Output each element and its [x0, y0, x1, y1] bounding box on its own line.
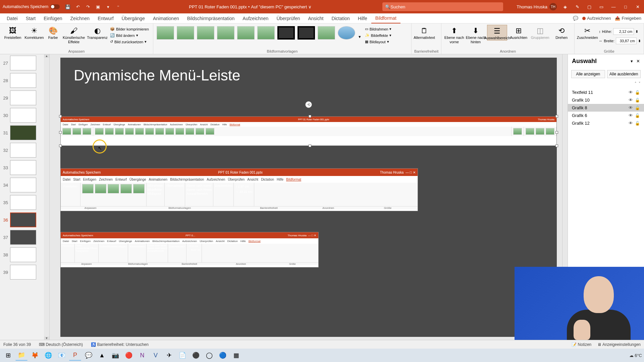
selection-handle[interactable]	[59, 131, 62, 134]
app-icon[interactable]: 📷	[109, 350, 121, 361]
zuruecksetzen-button[interactable]: ↺ Bild zurücksetzen ▾	[109, 39, 150, 45]
vlc-icon[interactable]: ▲	[96, 350, 108, 361]
save-icon[interactable]: 💾	[64, 3, 71, 10]
explorer-icon[interactable]: 📁	[15, 350, 28, 361]
tab-entwurf[interactable]: Entwurf	[94, 14, 117, 23]
teams-icon[interactable]: ◈	[561, 3, 569, 10]
effekte-button[interactable]: 🖌Künstlerische Effekte	[62, 25, 86, 44]
picture-style[interactable]	[338, 26, 355, 40]
bildlayout-button[interactable]: ▦ Bildlayout ▾	[364, 39, 393, 45]
visibility-icon[interactable]: 👁	[629, 98, 633, 103]
tab-dictation[interactable]: Dictation	[327, 14, 354, 23]
app-icon[interactable]: 🔴	[123, 350, 135, 361]
lock-icon[interactable]: 🔓	[635, 121, 640, 126]
app-icon[interactable]: 💬	[83, 350, 95, 361]
tab-datei[interactable]: Datei	[3, 14, 22, 23]
tab-uebergaenge[interactable]: Übergänge	[118, 14, 149, 23]
aendern-button[interactable]: 🔄 Bild ändern ▾	[109, 33, 150, 38]
width-field[interactable]: ↔ Breite: ⬍	[599, 38, 641, 44]
bildrahmen-button[interactable]: ▭ Bildrahmen ▾	[364, 26, 393, 32]
selection-handle[interactable]	[59, 115, 62, 118]
selection-item[interactable]: Textfeld 11👁🔓	[568, 88, 644, 96]
record-button[interactable]: Aufzeichnen	[582, 16, 611, 21]
share-button[interactable]: 📤 Freigeben	[615, 16, 641, 21]
visio-icon[interactable]: V	[150, 350, 162, 361]
selection-item[interactable]: Grafik 8👁🔓	[568, 104, 644, 112]
selection-handle[interactable]	[555, 131, 558, 134]
app-icon[interactable]: 🔵	[217, 350, 229, 361]
picture-style[interactable]	[298, 26, 315, 40]
slide-counter[interactable]: Folie 36 von 39	[3, 342, 31, 347]
slide-thumb[interactable]: 34	[0, 176, 49, 194]
tab-einfuegen[interactable]: Einfügen	[40, 14, 66, 23]
auswahlbereich-button[interactable]: ☰Auswahlbereich	[487, 25, 507, 41]
selection-handle[interactable]	[309, 144, 311, 147]
visibility-icon[interactable]: 👁	[629, 90, 633, 95]
alternativtext-button[interactable]: 🗒Alternativtext	[414, 25, 434, 40]
picture-style[interactable]	[277, 26, 295, 40]
tab-animationen[interactable]: Animationen	[149, 14, 183, 23]
tab-ansicht[interactable]: Ansicht	[304, 14, 327, 23]
style-more-icon[interactable]: ▾	[357, 33, 362, 41]
draw-icon[interactable]: ✎	[574, 3, 581, 10]
embedded-image-small[interactable]: Automatisches SpeichernPPT 0...Thomas Hr…	[60, 232, 319, 267]
komprimieren-button[interactable]: 📦 Bilder komprimieren	[109, 26, 150, 32]
slide-thumb[interactable]: 35	[0, 194, 49, 211]
close-icon[interactable]: ✕	[634, 3, 641, 10]
notes-button[interactable]: 📝 Notizen	[572, 342, 591, 347]
tab-bildschirm[interactable]: Bildschirmpräsentation	[183, 14, 239, 23]
user-account[interactable]: Thomas Hruska TH	[517, 3, 557, 10]
slide-thumb[interactable]: 37	[0, 229, 49, 246]
lock-icon[interactable]: 🔓	[635, 113, 640, 118]
powerpoint-icon[interactable]: P	[69, 350, 81, 361]
obs-icon[interactable]: ⚫	[190, 350, 202, 361]
picture-style[interactable]	[197, 26, 214, 40]
search-box[interactable]: 🔍	[382, 2, 503, 11]
slide-thumb[interactable]: 29	[0, 89, 49, 107]
chrome-icon[interactable]: 🌐	[42, 350, 54, 361]
autosave-toggle[interactable]: Automatisches Speichern	[3, 4, 60, 9]
tab-bildformat[interactable]: Bildformat	[371, 13, 400, 23]
minimize-icon[interactable]: —	[610, 3, 617, 10]
slide-thumb[interactable]: 39	[0, 263, 49, 281]
transparenz-button[interactable]: ◐Transparenz	[87, 25, 107, 40]
pane-dropdown-icon[interactable]: ▾	[631, 59, 633, 64]
pane-close-icon[interactable]: ✕	[636, 59, 640, 64]
picture-style[interactable]	[177, 26, 194, 40]
customize-icon[interactable]: ⁼	[115, 3, 121, 10]
slide-thumb[interactable]: 33	[0, 159, 49, 176]
slide-thumb[interactable]: 30	[0, 107, 49, 124]
selection-handle[interactable]	[555, 144, 558, 147]
picture-style[interactable]	[217, 26, 234, 40]
slide-thumb[interactable]: 38	[0, 246, 49, 263]
firefox-icon[interactable]: 🦊	[29, 350, 41, 361]
toggle-switch[interactable]	[50, 4, 60, 9]
korrekturen-button[interactable]: ☀Korrekturen	[24, 25, 44, 40]
hide-all-button[interactable]: Alle ausblenden	[607, 70, 641, 78]
tab-zeichnen[interactable]: Zeichnen	[66, 14, 94, 23]
picture-style[interactable]	[157, 26, 174, 40]
slide-canvas[interactable]: Dynamische Menü-Leiste ⟲ Automatisches S…	[50, 54, 568, 340]
slide-thumbnails[interactable]: 27282930313233343536373839	[0, 54, 50, 340]
ribbon-mode-icon[interactable]: ▭	[598, 3, 605, 10]
present-icon[interactable]: ▣	[95, 3, 101, 10]
start-icon[interactable]: ⊞	[2, 350, 14, 361]
app-icon[interactable]: ◯	[203, 350, 215, 361]
tab-ueberpruefen[interactable]: Überprüfen	[272, 14, 304, 23]
undo-icon[interactable]: ↶	[74, 3, 81, 10]
picture-style[interactable]	[237, 26, 255, 40]
lang-indicator[interactable]: ⌨ Deutsch (Österreich)	[39, 342, 83, 347]
embedded-image-medium[interactable]: Automatisches SpeichernPPT 01 Roter Fade…	[60, 168, 418, 211]
selection-item[interactable]: Grafik 6👁🔓	[568, 112, 644, 119]
app-icon[interactable]: ▦	[230, 350, 242, 361]
embedded-image-large[interactable]: Automatisches SpeichernPPT 01 Roter Fade…	[60, 116, 557, 146]
more-icon[interactable]: ▾	[105, 3, 111, 10]
lock-icon[interactable]: 🔓	[635, 90, 640, 95]
slide[interactable]: Dynamische Menü-Leiste ⟲ Automatisches S…	[60, 58, 557, 337]
drehen-button[interactable]: ⟲Drehen	[551, 25, 572, 40]
move-up-icon[interactable]: ˄	[635, 81, 637, 86]
selection-item[interactable]: Grafik 10👁🔓	[568, 96, 644, 104]
rotate-handle-icon[interactable]: ⟲	[305, 101, 312, 108]
tab-start[interactable]: Start	[22, 14, 40, 23]
window-icon[interactable]: ▢	[586, 3, 593, 10]
